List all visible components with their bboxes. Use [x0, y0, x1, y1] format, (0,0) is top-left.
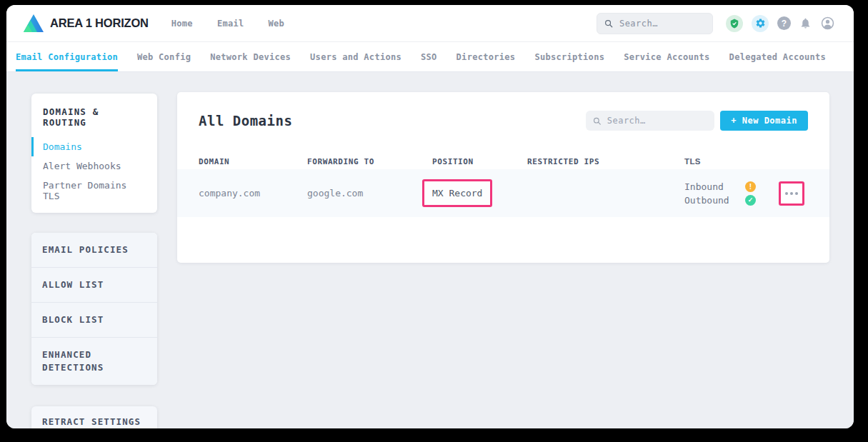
tls-inbound-label: Inbound	[684, 181, 745, 192]
brand-logo[interactable]: AREA 1 HORIZON	[23, 14, 149, 33]
tab-network-devices[interactable]: Network Devices	[210, 42, 291, 71]
cell-forwarding-to: google.com	[307, 188, 432, 199]
top-navbar: AREA 1 HORIZON Home Email Web	[6, 5, 854, 42]
settings-gear-icon[interactable]	[752, 15, 769, 32]
brand-name: AREA 1 HORIZON	[50, 16, 149, 30]
table-row[interactable]: company.com google.com MX Record Inbound…	[177, 169, 829, 217]
section-block-list[interactable]: BLOCK LIST	[31, 303, 157, 338]
brand-triangle-icon	[23, 14, 44, 33]
tab-sso[interactable]: SSO	[421, 42, 437, 71]
main-content: DOMAINS & ROUTING Domains Alert Webhooks…	[6, 73, 854, 428]
domains-routing-title: DOMAINS & ROUTING	[43, 106, 146, 128]
account-icon[interactable]	[820, 16, 835, 31]
retract-settings-card[interactable]: RETRACT SETTINGS	[31, 406, 157, 428]
cell-actions	[779, 181, 808, 206]
section-email-policies[interactable]: EMAIL POLICIES	[31, 233, 157, 268]
position-value: MX Record	[432, 188, 482, 199]
search-icon	[604, 19, 613, 29]
shield-check-icon[interactable]	[726, 15, 743, 32]
tab-delegated-accounts[interactable]: Delegated Accounts	[729, 42, 826, 71]
sidebar-item-partner-domains-tls[interactable]: Partner Domains TLS	[31, 176, 146, 206]
topbar-right	[597, 13, 842, 34]
tab-users-and-actions[interactable]: Users and Actions	[310, 42, 401, 71]
top-nav-home[interactable]: Home	[171, 19, 193, 29]
tls-inbound-line: Inbound	[684, 181, 779, 192]
tab-email-configuration[interactable]: Email Configuration	[16, 42, 118, 71]
top-nav-email[interactable]: Email	[217, 19, 244, 29]
policy-sections-card: EMAIL POLICIES ALLOW LIST BLOCK LIST ENH…	[31, 233, 157, 385]
page-title: All Domains	[199, 113, 586, 129]
topbar-icons	[726, 15, 835, 32]
help-icon[interactable]	[777, 16, 791, 30]
domains-search[interactable]	[586, 111, 714, 131]
tab-directories[interactable]: Directories	[457, 42, 516, 71]
more-options-highlight	[779, 181, 804, 206]
row-more-options-button[interactable]	[781, 184, 802, 204]
top-nav-web[interactable]: Web	[269, 19, 285, 29]
cell-tls: Inbound Outbound	[684, 181, 779, 206]
global-search[interactable]	[597, 13, 713, 34]
domains-search-input[interactable]	[607, 116, 708, 126]
panel-header: All Domains + New Domain	[177, 92, 829, 131]
cell-position: MX Record	[432, 179, 527, 207]
col-header-restricted-ips: RESTRICTED IPS	[527, 157, 684, 166]
tls-outbound-label: Outbound	[684, 195, 745, 206]
tab-service-accounts[interactable]: Service Accounts	[624, 42, 709, 71]
col-header-forwarding-to: FORWARDING TO	[307, 157, 432, 166]
position-value-highlight: MX Record	[422, 179, 492, 207]
check-status-icon	[745, 195, 756, 206]
warning-status-icon	[745, 181, 756, 192]
sidebar-item-domains[interactable]: Domains	[31, 137, 146, 156]
top-nav: Home Email Web	[171, 19, 284, 29]
tab-subscriptions[interactable]: Subscriptions	[534, 42, 604, 71]
cell-domain: company.com	[199, 188, 307, 199]
sidebar-item-alert-webhooks[interactable]: Alert Webhooks	[31, 156, 146, 176]
section-enhanced-detections[interactable]: ENHANCED DETECTIONS	[31, 338, 157, 385]
col-header-position: POSITION	[432, 157, 527, 166]
ellipsis-icon	[785, 192, 788, 195]
notifications-bell-icon[interactable]	[799, 17, 812, 29]
tls-outbound-line: Outbound	[684, 195, 779, 206]
app-window: AREA 1 HORIZON Home Email Web	[6, 5, 854, 428]
all-domains-panel: All Domains + New Domain DOMAIN FORWARDI…	[177, 92, 829, 263]
col-header-domain: DOMAIN	[199, 157, 307, 166]
sidebar: DOMAINS & ROUTING Domains Alert Webhooks…	[31, 94, 157, 428]
section-allow-list[interactable]: ALLOW LIST	[31, 268, 157, 303]
secondary-nav: Email Configuration Web Config Network D…	[6, 42, 854, 72]
domains-routing-card: DOMAINS & ROUTING Domains Alert Webhooks…	[31, 94, 157, 213]
table-header-row: DOMAIN FORWARDING TO POSITION RESTRICTED…	[177, 154, 829, 169]
col-header-tls: TLS	[684, 157, 779, 166]
tab-web-config[interactable]: Web Config	[137, 42, 191, 71]
new-domain-button[interactable]: + New Domain	[720, 111, 808, 131]
global-search-input[interactable]	[619, 19, 705, 29]
search-icon	[593, 116, 601, 126]
